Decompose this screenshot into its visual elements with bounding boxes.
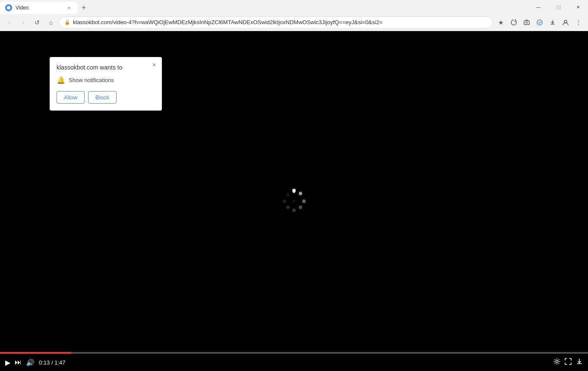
block-button[interactable]: Block — [88, 91, 117, 104]
download-icon[interactable] — [547, 16, 559, 29]
play-button[interactable]: ▶ — [5, 358, 10, 367]
maximize-button[interactable]: ⬜ — [548, 0, 568, 14]
url-text: klassokbot.com/video-4?h=waWQiOjEwMDEzMj… — [73, 19, 487, 25]
popup-close-button[interactable]: × — [150, 60, 158, 69]
active-tab[interactable]: Video × — [0, 2, 78, 14]
video-time: 0:13 / 1:47 — [39, 359, 65, 366]
svg-point-4 — [564, 20, 567, 23]
video-controls-bar: ▶ ⏭ 🔊 0:13 / 1:47 — [0, 354, 588, 371]
forward-button[interactable]: › — [17, 16, 29, 29]
menu-icon[interactable]: ⋮ — [572, 16, 585, 29]
notification-permission-popup: × klassokbot.com wants to 🔔 Show notific… — [50, 57, 162, 111]
screenshot-icon[interactable] — [521, 16, 533, 29]
svg-point-2 — [526, 22, 528, 23]
lock-icon: 🔒 — [64, 19, 70, 25]
tab-favicon — [5, 4, 12, 11]
tab-title: Video — [16, 5, 62, 11]
profile-icon[interactable] — [560, 16, 572, 29]
popup-title: klassokbot.com wants to — [57, 64, 155, 71]
svg-point-5 — [556, 361, 558, 363]
home-button[interactable]: ⌂ — [45, 16, 57, 29]
permission-text: Show notifications — [69, 77, 114, 83]
allow-button[interactable]: Allow — [57, 91, 85, 104]
tab-close-button[interactable]: × — [66, 4, 73, 11]
download-video-button[interactable] — [576, 358, 583, 367]
video-right-controls — [553, 358, 583, 367]
bookmark-icon[interactable]: ★ — [495, 16, 507, 29]
window-controls: — ⬜ ✕ — [528, 0, 588, 14]
loading-spinner — [283, 190, 305, 212]
popup-buttons: Allow Block — [57, 91, 155, 104]
popup-permission-row: 🔔 Show notifications — [57, 76, 155, 84]
close-button[interactable]: ✕ — [568, 0, 588, 14]
tab-bar: Video × + — [0, 0, 528, 14]
svg-point-0 — [7, 6, 10, 10]
extension-icon[interactable] — [534, 16, 546, 29]
svg-rect-1 — [524, 21, 529, 25]
minimize-button[interactable]: — — [528, 0, 548, 14]
bell-icon: 🔔 — [57, 76, 65, 84]
fullscreen-button[interactable] — [565, 358, 572, 367]
skip-button[interactable]: ⏭ — [15, 358, 22, 366]
volume-button[interactable]: 🔊 — [26, 358, 35, 367]
toolbar-icons: ★ ⋮ — [495, 16, 585, 29]
settings-button[interactable] — [553, 358, 560, 367]
address-bar-input[interactable]: 🔒 klassokbot.com/video-4?h=waWQiOjEwMDEz… — [59, 16, 493, 29]
refresh-button[interactable]: ↺ — [31, 16, 43, 29]
sync-icon[interactable] — [508, 16, 520, 29]
back-button[interactable]: ‹ — [3, 16, 16, 29]
new-tab-button[interactable]: + — [78, 2, 90, 14]
video-player-area: ▶ ⏭ 🔊 0:13 / 1:47 × klassokbot.com wants… — [0, 31, 588, 371]
addressbar: ‹ › ↺ ⌂ 🔒 klassokbot.com/video-4?h=waWQi… — [0, 14, 588, 31]
titlebar: Video × + — ⬜ ✕ — [0, 0, 588, 14]
